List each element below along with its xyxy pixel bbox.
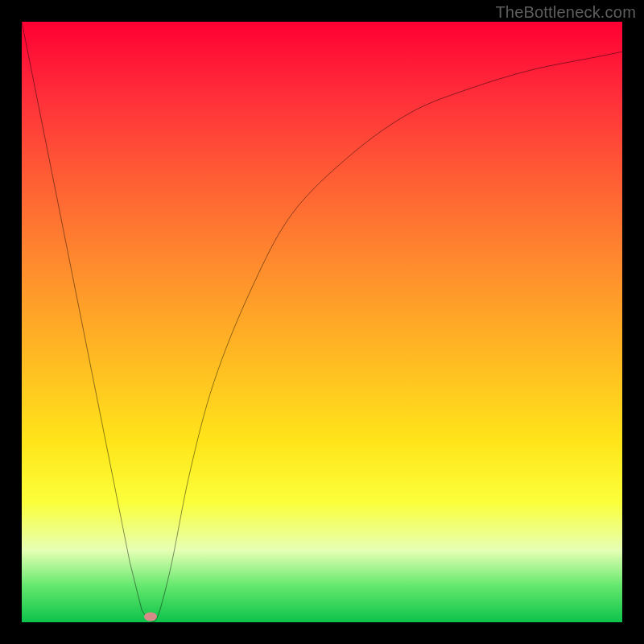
chart-marker-dot (144, 612, 157, 621)
watermark-text: TheBottleneck.com (495, 3, 636, 22)
chart-frame (22, 22, 622, 622)
chart-curve-svg (22, 22, 622, 622)
bottleneck-curve-path (22, 22, 622, 622)
